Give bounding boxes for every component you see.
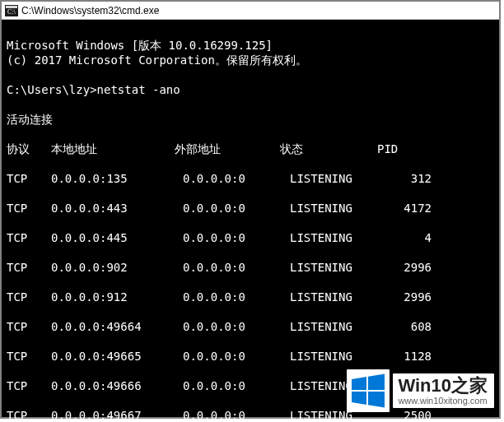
banner-line-1: Microsoft Windows [版本 10.0.16299.125] [7, 39, 273, 52]
cell-pid: 2996 [390, 290, 432, 304]
hdr-state: 状态 [280, 141, 377, 156]
cell-foreign: 0.0.0.0:0 [183, 349, 290, 364]
table-header: 协议本地地址外部地址状态PID [7, 141, 494, 156]
cell-proto: TCP [7, 171, 51, 186]
watermark-brand: Win10之家 [398, 377, 488, 395]
table-row: TCP0.0.0.0:1350.0.0.0:0LISTENING312 [7, 171, 494, 186]
cell-proto: TCP [7, 378, 51, 393]
cell-foreign: 0.0.0.0:0 [183, 171, 290, 186]
cell-pid: 312 [390, 171, 432, 186]
cell-foreign: 0.0.0.0:0 [183, 201, 290, 216]
svg-marker-3 [352, 377, 366, 390]
cell-pid: 608 [390, 319, 432, 334]
section-title: 活动连接 [7, 113, 53, 126]
console-area[interactable]: Microsoft Windows [版本 10.0.16299.125] (c… [2, 20, 499, 422]
cell-state: LISTENING [290, 171, 390, 186]
cell-foreign: 0.0.0.0:0 [183, 290, 290, 304]
cell-state: LISTENING [290, 260, 390, 275]
cell-local: 0.0.0.0:49665 [51, 349, 183, 364]
table-row: TCP0.0.0.0:9120.0.0.0:0LISTENING2996 [7, 290, 494, 304]
cell-pid: 4 [390, 230, 432, 245]
cell-foreign: 0.0.0.0:0 [183, 408, 290, 422]
cell-local: 0.0.0.0:49664 [51, 319, 183, 334]
cell-local: 0.0.0.0:902 [51, 260, 183, 275]
cell-proto: TCP [7, 408, 51, 422]
watermark-url: www.win10xitong.com [398, 395, 488, 406]
banner-line-2: (c) 2017 Microsoft Corporation。保留所有权利。 [7, 53, 307, 67]
hdr-pid: PID [377, 141, 427, 156]
titlebar[interactable]: C:\ C:\Windows\system32\cmd.exe [2, 2, 499, 20]
windows-logo-icon [347, 369, 390, 412]
cmd-window: C:\ C:\Windows\system32\cmd.exe Microsof… [0, 0, 501, 419]
cell-state: LISTENING [290, 319, 390, 334]
cell-local: 0.0.0.0:49667 [51, 408, 183, 422]
hdr-proto: 协议 [7, 141, 51, 156]
cell-proto: TCP [7, 349, 51, 364]
watermark-text: Win10之家 www.win10xitong.com [393, 373, 494, 408]
cell-pid: 4172 [390, 201, 432, 216]
cell-pid: 1128 [390, 349, 432, 364]
hdr-foreign: 外部地址 [175, 141, 280, 156]
cell-foreign: 0.0.0.0:0 [183, 319, 290, 334]
cell-proto: TCP [7, 319, 51, 334]
prompt-path: C:\Users\lzy> [7, 83, 97, 96]
hdr-local: 本地地址 [51, 141, 175, 156]
svg-marker-6 [368, 392, 385, 408]
cell-foreign: 0.0.0.0:0 [183, 230, 290, 245]
svg-text:C:\: C:\ [7, 8, 16, 16]
cell-state: LISTENING [290, 349, 390, 364]
cell-foreign: 0.0.0.0:0 [183, 378, 290, 393]
cell-state: LISTENING [290, 290, 390, 304]
watermark: Win10之家 www.win10xitong.com [347, 369, 494, 412]
cell-local: 0.0.0.0:135 [51, 171, 183, 186]
cell-local: 0.0.0.0:912 [51, 290, 183, 304]
table-row: TCP0.0.0.0:496650.0.0.0:0LISTENING1128 [7, 349, 494, 364]
cell-proto: TCP [7, 260, 51, 275]
cmd-icon: C:\ [5, 5, 18, 16]
cell-proto: TCP [7, 201, 51, 216]
cell-proto: TCP [7, 230, 51, 245]
cell-local: 0.0.0.0:443 [51, 201, 183, 216]
window-title: C:\Windows\system32\cmd.exe [21, 5, 499, 16]
table-row: TCP0.0.0.0:496640.0.0.0:0LISTENING608 [7, 319, 494, 334]
table-row: TCP0.0.0.0:4450.0.0.0:0LISTENING4 [7, 230, 494, 245]
table-row: TCP0.0.0.0:9020.0.0.0:0LISTENING2996 [7, 260, 494, 275]
cell-foreign: 0.0.0.0:0 [183, 260, 290, 275]
cell-state: LISTENING [290, 201, 390, 216]
cell-state: LISTENING [290, 230, 390, 245]
cell-local: 0.0.0.0:445 [51, 230, 183, 245]
svg-marker-5 [352, 392, 366, 405]
prompt-command: netstat -ano [97, 83, 180, 96]
cell-pid: 2996 [390, 260, 432, 275]
cell-proto: TCP [7, 290, 51, 304]
table-row: TCP0.0.0.0:4430.0.0.0:0LISTENING4172 [7, 201, 494, 216]
svg-marker-4 [368, 374, 385, 391]
cell-local: 0.0.0.0:49666 [51, 378, 183, 393]
